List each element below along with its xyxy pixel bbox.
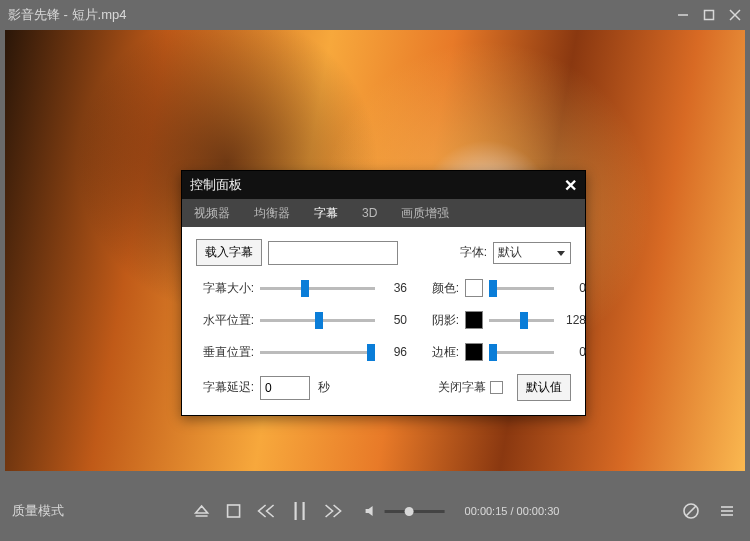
border-label: 边框: xyxy=(427,344,459,361)
dialog-body: 载入字幕 字体: 默认 字幕大小: 36 颜色: 0 xyxy=(182,227,585,415)
svg-rect-5 xyxy=(228,505,240,517)
hpos-value: 50 xyxy=(381,313,407,327)
close-subtitle-checkbox[interactable] xyxy=(490,381,503,394)
close-subtitle-label: 关闭字幕 xyxy=(438,379,486,396)
dialog-titlebar[interactable]: 控制面板 ✕ xyxy=(182,171,585,199)
dialog-title: 控制面板 xyxy=(190,176,564,194)
stop-button[interactable] xyxy=(223,500,245,522)
next-button[interactable] xyxy=(323,500,345,522)
maximize-button[interactable] xyxy=(702,8,716,22)
tab-equalizer[interactable]: 均衡器 xyxy=(242,199,302,227)
default-button[interactable]: 默认值 xyxy=(517,374,571,401)
shadow-slider[interactable] xyxy=(489,310,554,330)
size-slider[interactable] xyxy=(260,278,375,298)
color-slider[interactable] xyxy=(489,278,554,298)
titlebar: 影音先锋 - 短片.mp4 xyxy=(0,0,750,30)
color-label: 颜色: xyxy=(427,280,459,297)
tab-3d[interactable]: 3D xyxy=(350,199,389,227)
subtitle-path-input[interactable] xyxy=(268,241,398,265)
font-label: 字体: xyxy=(460,244,487,261)
playlist-button[interactable] xyxy=(716,500,738,522)
window-title: 影音先锋 - 短片.mp4 xyxy=(8,6,676,24)
right-controls xyxy=(680,500,738,522)
tab-video[interactable]: 视频器 xyxy=(182,199,242,227)
tab-enhance[interactable]: 画质增强 xyxy=(389,199,461,227)
close-button[interactable] xyxy=(728,8,742,22)
quality-mode-label[interactable]: 质量模式 xyxy=(12,502,64,520)
font-select[interactable]: 默认 xyxy=(493,242,571,264)
playback-controls: 00:00:15 / 00:00:30 xyxy=(191,500,560,522)
time-display: 00:00:15 / 00:00:30 xyxy=(465,505,560,517)
eject-button[interactable] xyxy=(191,500,213,522)
svg-rect-1 xyxy=(705,11,714,20)
delay-label: 字幕延迟: xyxy=(196,379,254,396)
delay-unit: 秒 xyxy=(318,379,330,396)
border-value: 0 xyxy=(560,345,586,359)
shadow-swatch[interactable] xyxy=(465,311,483,329)
pause-button[interactable] xyxy=(287,500,313,522)
vpos-value: 96 xyxy=(381,345,407,359)
window-buttons xyxy=(676,8,742,22)
volume-slider[interactable] xyxy=(385,510,445,513)
color-swatch[interactable] xyxy=(465,279,483,297)
dialog-tabs: 视频器 均衡器 字幕 3D 画质增强 xyxy=(182,199,585,227)
control-panel-dialog: 控制面板 ✕ 视频器 均衡器 字幕 3D 画质增强 载入字幕 字体: 默认 字幕… xyxy=(181,170,586,416)
hpos-slider[interactable] xyxy=(260,310,375,330)
border-swatch[interactable] xyxy=(465,343,483,361)
color-value: 0 xyxy=(560,281,586,295)
tab-subtitle[interactable]: 字幕 xyxy=(302,199,350,227)
hpos-label: 水平位置: xyxy=(196,312,254,329)
app-window: 影音先锋 - 短片.mp4 KK下载 www.kkx.net 控制面板 ✕ 视频… xyxy=(0,0,750,541)
delay-input[interactable] xyxy=(260,376,310,400)
shadow-label: 阴影: xyxy=(427,312,459,329)
shadow-value: 128 xyxy=(560,313,586,327)
disable-icon[interactable] xyxy=(680,500,702,522)
volume-icon[interactable] xyxy=(363,500,379,522)
vpos-label: 垂直位置: xyxy=(196,344,254,361)
size-label: 字幕大小: xyxy=(196,280,254,297)
load-subtitle-button[interactable]: 载入字幕 xyxy=(196,239,262,266)
minimize-button[interactable] xyxy=(676,8,690,22)
vpos-slider[interactable] xyxy=(260,342,375,362)
prev-button[interactable] xyxy=(255,500,277,522)
bottombar: 质量模式 00:00:15 / 00:00:30 xyxy=(0,481,750,541)
size-value: 36 xyxy=(381,281,407,295)
border-slider[interactable] xyxy=(489,342,554,362)
svg-line-9 xyxy=(686,506,696,516)
dialog-close-button[interactable]: ✕ xyxy=(564,176,577,195)
